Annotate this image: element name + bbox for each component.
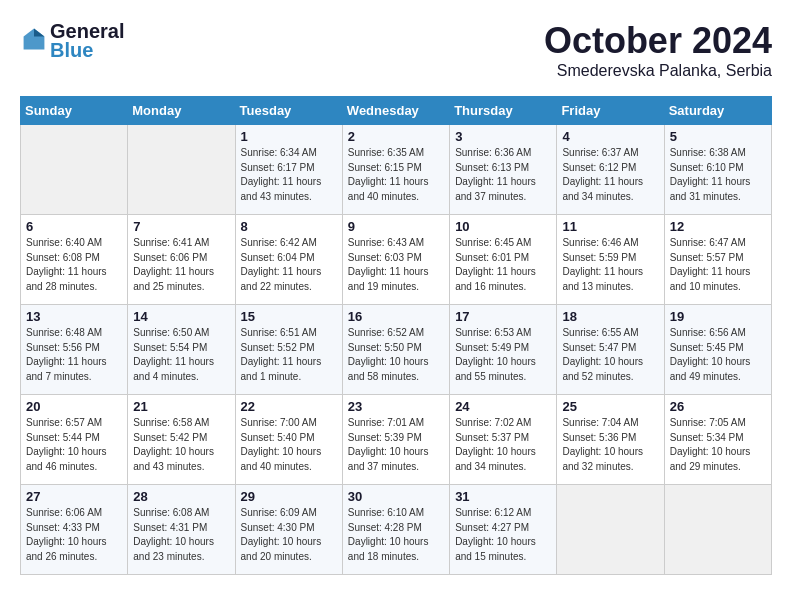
day-info: Sunrise: 7:02 AM Sunset: 5:37 PM Dayligh… <box>455 416 551 474</box>
day-info: Sunrise: 6:08 AM Sunset: 4:31 PM Dayligh… <box>133 506 229 564</box>
day-cell: 13Sunrise: 6:48 AM Sunset: 5:56 PM Dayli… <box>21 305 128 395</box>
weekday-header-monday: Monday <box>128 97 235 125</box>
week-row-5: 27Sunrise: 6:06 AM Sunset: 4:33 PM Dayli… <box>21 485 772 575</box>
location-subtitle: Smederevska Palanka, Serbia <box>544 62 772 80</box>
weekday-header-row: SundayMondayTuesdayWednesdayThursdayFrid… <box>21 97 772 125</box>
week-row-4: 20Sunrise: 6:57 AM Sunset: 5:44 PM Dayli… <box>21 395 772 485</box>
day-cell: 12Sunrise: 6:47 AM Sunset: 5:57 PM Dayli… <box>664 215 771 305</box>
day-info: Sunrise: 6:34 AM Sunset: 6:17 PM Dayligh… <box>241 146 337 204</box>
day-cell: 7Sunrise: 6:41 AM Sunset: 6:06 PM Daylig… <box>128 215 235 305</box>
logo: General Blue <box>20 20 124 62</box>
day-cell: 4Sunrise: 6:37 AM Sunset: 6:12 PM Daylig… <box>557 125 664 215</box>
day-cell: 29Sunrise: 6:09 AM Sunset: 4:30 PM Dayli… <box>235 485 342 575</box>
day-cell: 11Sunrise: 6:46 AM Sunset: 5:59 PM Dayli… <box>557 215 664 305</box>
day-number: 6 <box>26 219 122 234</box>
day-info: Sunrise: 7:05 AM Sunset: 5:34 PM Dayligh… <box>670 416 766 474</box>
day-number: 4 <box>562 129 658 144</box>
day-info: Sunrise: 6:38 AM Sunset: 6:10 PM Dayligh… <box>670 146 766 204</box>
day-cell: 15Sunrise: 6:51 AM Sunset: 5:52 PM Dayli… <box>235 305 342 395</box>
day-info: Sunrise: 6:55 AM Sunset: 5:47 PM Dayligh… <box>562 326 658 384</box>
weekday-header-wednesday: Wednesday <box>342 97 449 125</box>
day-cell: 31Sunrise: 6:12 AM Sunset: 4:27 PM Dayli… <box>450 485 557 575</box>
day-cell <box>557 485 664 575</box>
day-number: 7 <box>133 219 229 234</box>
day-number: 20 <box>26 399 122 414</box>
day-cell: 27Sunrise: 6:06 AM Sunset: 4:33 PM Dayli… <box>21 485 128 575</box>
day-cell: 26Sunrise: 7:05 AM Sunset: 5:34 PM Dayli… <box>664 395 771 485</box>
day-cell: 30Sunrise: 6:10 AM Sunset: 4:28 PM Dayli… <box>342 485 449 575</box>
day-info: Sunrise: 6:58 AM Sunset: 5:42 PM Dayligh… <box>133 416 229 474</box>
day-number: 26 <box>670 399 766 414</box>
day-info: Sunrise: 6:57 AM Sunset: 5:44 PM Dayligh… <box>26 416 122 474</box>
logo-icon <box>22 27 46 51</box>
day-cell: 22Sunrise: 7:00 AM Sunset: 5:40 PM Dayli… <box>235 395 342 485</box>
week-row-3: 13Sunrise: 6:48 AM Sunset: 5:56 PM Dayli… <box>21 305 772 395</box>
day-cell: 28Sunrise: 6:08 AM Sunset: 4:31 PM Dayli… <box>128 485 235 575</box>
day-number: 22 <box>241 399 337 414</box>
day-cell <box>128 125 235 215</box>
day-cell: 9Sunrise: 6:43 AM Sunset: 6:03 PM Daylig… <box>342 215 449 305</box>
day-number: 12 <box>670 219 766 234</box>
day-number: 16 <box>348 309 444 324</box>
day-cell: 24Sunrise: 7:02 AM Sunset: 5:37 PM Dayli… <box>450 395 557 485</box>
day-cell: 5Sunrise: 6:38 AM Sunset: 6:10 PM Daylig… <box>664 125 771 215</box>
weekday-header-tuesday: Tuesday <box>235 97 342 125</box>
day-info: Sunrise: 6:41 AM Sunset: 6:06 PM Dayligh… <box>133 236 229 294</box>
day-number: 1 <box>241 129 337 144</box>
day-info: Sunrise: 6:52 AM Sunset: 5:50 PM Dayligh… <box>348 326 444 384</box>
weekday-header-saturday: Saturday <box>664 97 771 125</box>
day-info: Sunrise: 6:48 AM Sunset: 5:56 PM Dayligh… <box>26 326 122 384</box>
day-info: Sunrise: 6:56 AM Sunset: 5:45 PM Dayligh… <box>670 326 766 384</box>
day-cell: 20Sunrise: 6:57 AM Sunset: 5:44 PM Dayli… <box>21 395 128 485</box>
day-info: Sunrise: 7:04 AM Sunset: 5:36 PM Dayligh… <box>562 416 658 474</box>
day-number: 9 <box>348 219 444 234</box>
day-number: 25 <box>562 399 658 414</box>
day-cell: 17Sunrise: 6:53 AM Sunset: 5:49 PM Dayli… <box>450 305 557 395</box>
calendar-table: SundayMondayTuesdayWednesdayThursdayFrid… <box>20 96 772 575</box>
day-info: Sunrise: 6:37 AM Sunset: 6:12 PM Dayligh… <box>562 146 658 204</box>
day-number: 18 <box>562 309 658 324</box>
day-info: Sunrise: 6:53 AM Sunset: 5:49 PM Dayligh… <box>455 326 551 384</box>
day-number: 23 <box>348 399 444 414</box>
day-number: 14 <box>133 309 229 324</box>
day-info: Sunrise: 7:01 AM Sunset: 5:39 PM Dayligh… <box>348 416 444 474</box>
day-number: 10 <box>455 219 551 234</box>
day-info: Sunrise: 7:00 AM Sunset: 5:40 PM Dayligh… <box>241 416 337 474</box>
week-row-1: 1Sunrise: 6:34 AM Sunset: 6:17 PM Daylig… <box>21 125 772 215</box>
day-number: 24 <box>455 399 551 414</box>
day-info: Sunrise: 6:45 AM Sunset: 6:01 PM Dayligh… <box>455 236 551 294</box>
day-cell: 18Sunrise: 6:55 AM Sunset: 5:47 PM Dayli… <box>557 305 664 395</box>
day-info: Sunrise: 6:40 AM Sunset: 6:08 PM Dayligh… <box>26 236 122 294</box>
day-number: 8 <box>241 219 337 234</box>
day-info: Sunrise: 6:51 AM Sunset: 5:52 PM Dayligh… <box>241 326 337 384</box>
day-number: 5 <box>670 129 766 144</box>
day-number: 29 <box>241 489 337 504</box>
day-cell: 2Sunrise: 6:35 AM Sunset: 6:15 PM Daylig… <box>342 125 449 215</box>
day-info: Sunrise: 6:09 AM Sunset: 4:30 PM Dayligh… <box>241 506 337 564</box>
day-number: 3 <box>455 129 551 144</box>
day-cell: 3Sunrise: 6:36 AM Sunset: 6:13 PM Daylig… <box>450 125 557 215</box>
day-number: 19 <box>670 309 766 324</box>
day-info: Sunrise: 6:35 AM Sunset: 6:15 PM Dayligh… <box>348 146 444 204</box>
day-number: 28 <box>133 489 229 504</box>
day-number: 13 <box>26 309 122 324</box>
day-number: 17 <box>455 309 551 324</box>
day-number: 11 <box>562 219 658 234</box>
svg-marker-1 <box>34 29 44 37</box>
day-cell: 8Sunrise: 6:42 AM Sunset: 6:04 PM Daylig… <box>235 215 342 305</box>
day-cell: 23Sunrise: 7:01 AM Sunset: 5:39 PM Dayli… <box>342 395 449 485</box>
day-info: Sunrise: 6:46 AM Sunset: 5:59 PM Dayligh… <box>562 236 658 294</box>
week-row-2: 6Sunrise: 6:40 AM Sunset: 6:08 PM Daylig… <box>21 215 772 305</box>
day-number: 2 <box>348 129 444 144</box>
day-cell: 21Sunrise: 6:58 AM Sunset: 5:42 PM Dayli… <box>128 395 235 485</box>
day-cell: 16Sunrise: 6:52 AM Sunset: 5:50 PM Dayli… <box>342 305 449 395</box>
day-info: Sunrise: 6:50 AM Sunset: 5:54 PM Dayligh… <box>133 326 229 384</box>
day-cell: 1Sunrise: 6:34 AM Sunset: 6:17 PM Daylig… <box>235 125 342 215</box>
weekday-header-sunday: Sunday <box>21 97 128 125</box>
day-info: Sunrise: 6:42 AM Sunset: 6:04 PM Dayligh… <box>241 236 337 294</box>
day-cell <box>21 125 128 215</box>
day-info: Sunrise: 6:43 AM Sunset: 6:03 PM Dayligh… <box>348 236 444 294</box>
day-cell: 10Sunrise: 6:45 AM Sunset: 6:01 PM Dayli… <box>450 215 557 305</box>
weekday-header-friday: Friday <box>557 97 664 125</box>
day-number: 27 <box>26 489 122 504</box>
